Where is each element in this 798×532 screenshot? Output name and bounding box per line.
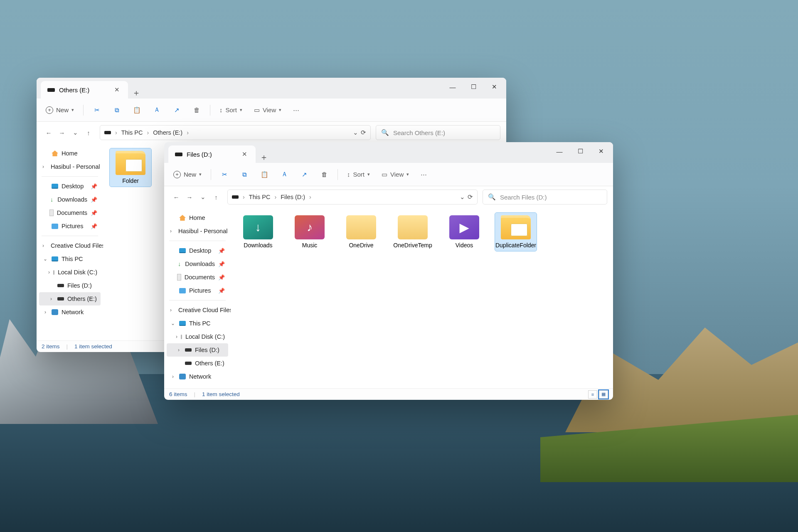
maximize-button[interactable]: ☐ (463, 79, 484, 94)
rename-button[interactable]: Ａ (276, 167, 293, 182)
copy-button[interactable]: ⧉ (108, 103, 125, 118)
sidebar-personal[interactable]: ›Hasibul - Personal (167, 224, 228, 238)
minimize-button[interactable]: ― (442, 79, 463, 94)
titlebar[interactable]: Files (D:) ✕ ＋ ― ☐ ✕ (164, 142, 613, 163)
cut-button[interactable]: ✂ (89, 103, 105, 118)
sort-button[interactable]: ↕ Sort ▾ (215, 103, 246, 118)
folder-item-duplicate[interactable]: DuplicateFolder (495, 213, 537, 251)
sidebar-local-c[interactable]: ›Local Disk (C:) (39, 266, 101, 279)
view-button[interactable]: ▭ View ▾ (377, 167, 413, 182)
sidebar-desktop[interactable]: Desktop📌 (167, 244, 228, 257)
paste-button[interactable]: 📋 (256, 167, 273, 182)
sidebar-documents[interactable]: Documents📌 (39, 206, 101, 219)
plus-icon: + (173, 171, 181, 178)
sidebar-network[interactable]: ›Network (167, 370, 228, 383)
sidebar-personal[interactable]: ›Hasibul - Personal (39, 160, 101, 173)
back-button[interactable]: ← (170, 191, 182, 203)
tab-title: Others (E:) (59, 86, 89, 94)
breadcrumb-segment[interactable]: This PC (121, 129, 143, 136)
folder-label: OneDriveTemp (393, 242, 432, 249)
drive-icon (47, 88, 55, 92)
folder-item-onedrive[interactable]: OneDrive (340, 213, 382, 251)
view-button[interactable]: ▭ View ▾ (250, 103, 286, 118)
sidebar-ccf[interactable]: ›Creative Cloud Files (39, 239, 101, 252)
close-button[interactable]: ✕ (591, 144, 611, 159)
more-button[interactable]: ⋯ (416, 167, 431, 182)
sidebar-thispc[interactable]: ⌄This PC (39, 252, 101, 266)
copy-button[interactable]: ⧉ (236, 167, 253, 182)
documents-icon (49, 209, 53, 216)
search-input[interactable]: 🔍 Search Others (E:) (376, 125, 500, 140)
share-button[interactable]: ↗ (296, 167, 313, 182)
folder-item-downloads[interactable]: ↓Downloads (237, 213, 279, 251)
tab-others[interactable]: Others (E:) ✕ (41, 81, 128, 99)
up-button[interactable]: ↑ (210, 191, 222, 203)
sidebar-desktop[interactable]: Desktop📌 (39, 180, 101, 193)
sidebar-local-c[interactable]: ›Local Disk (C:) (167, 330, 228, 343)
new-tab-button[interactable]: ＋ (128, 87, 145, 99)
new-button[interactable]: +New▾ (169, 167, 206, 182)
titlebar[interactable]: Others (E:) ✕ ＋ ― ☐ ✕ (37, 78, 506, 99)
sidebar-home[interactable]: Home (167, 211, 228, 224)
sidebar-network[interactable]: ›Network (39, 305, 101, 319)
sidebar-ccf[interactable]: ›Creative Cloud Files (167, 303, 228, 317)
sidebar-files-d[interactable]: Files (D:) (39, 279, 101, 292)
cut-button[interactable]: ✂ (216, 167, 233, 182)
search-icon: 🔍 (381, 129, 389, 136)
sidebar-pictures[interactable]: Pictures📌 (39, 219, 101, 233)
tab-close-button[interactable]: ✕ (239, 149, 250, 160)
breadcrumb-segment[interactable]: Files (D:) (281, 194, 305, 200)
sidebar-files-d[interactable]: ›Files (D:) (167, 343, 228, 357)
folder-item-onedrivetemp[interactable]: OneDriveTemp (392, 213, 433, 251)
up-button[interactable]: ↑ (82, 126, 95, 139)
search-input[interactable]: 🔍 Search Files (D:) (483, 190, 607, 204)
back-button[interactable]: ← (42, 126, 55, 139)
sidebar-downloads[interactable]: ↓Downloads📌 (167, 257, 228, 271)
paste-button[interactable]: 📋 (128, 103, 145, 118)
recent-button[interactable]: ⌄ (69, 126, 81, 139)
share-button[interactable]: ↗ (168, 103, 185, 118)
details-view-button[interactable]: ≡ (588, 390, 597, 399)
close-button[interactable]: ✕ (484, 79, 505, 94)
maximize-button[interactable]: ☐ (570, 144, 591, 159)
forward-button[interactable]: → (183, 191, 196, 203)
drive-icon (175, 153, 182, 156)
sidebar-home[interactable]: Home (39, 147, 101, 160)
forward-button[interactable]: → (56, 126, 68, 139)
breadcrumb-segment[interactable]: Others (E:) (153, 129, 182, 136)
sidebar-thispc[interactable]: ⌄This PC (167, 317, 228, 330)
sidebar-pictures[interactable]: Pictures📌 (167, 284, 228, 297)
new-tab-button[interactable]: ＋ (256, 152, 272, 163)
delete-button[interactable]: 🗑 (316, 167, 332, 182)
recent-button[interactable]: ⌄ (197, 191, 209, 203)
refresh-button[interactable]: ⟳ (361, 129, 366, 136)
refresh-button[interactable]: ⟳ (468, 194, 473, 200)
delete-button[interactable]: 🗑 (188, 103, 205, 118)
folder-label: OneDrive (349, 242, 373, 249)
folder-label: Folder (122, 177, 139, 184)
folder-item-videos[interactable]: ▶Videos (443, 213, 485, 251)
folder-content[interactable]: ↓Downloads ♪Music OneDrive OneDriveTemp … (231, 208, 613, 388)
downloads-folder-icon: ↓ (243, 215, 273, 239)
toolbar: +New▾ ✂ ⧉ 📋 Ａ ↗ 🗑 ↕ Sort ▾ ▭ View ▾ ⋯ (164, 163, 613, 186)
history-dropdown-button[interactable]: ⌄ (353, 129, 358, 136)
icons-view-button[interactable]: ▦ (599, 390, 608, 399)
sidebar-others-e[interactable]: Others (E:) (167, 357, 228, 370)
address-bar[interactable]: › This PC› Files (D:)› ⌄⟳ (227, 190, 478, 204)
rename-button[interactable]: Ａ (148, 103, 165, 118)
new-button[interactable]: +New▾ (42, 103, 78, 118)
history-dropdown-button[interactable]: ⌄ (460, 194, 465, 200)
folder-item[interactable]: Folder (110, 148, 151, 187)
more-button[interactable]: ⋯ (289, 103, 303, 118)
sidebar-documents[interactable]: Documents📌 (167, 271, 228, 284)
tab-close-button[interactable]: ✕ (111, 84, 122, 95)
sidebar-others-e[interactable]: ›Others (E:) (39, 292, 101, 305)
address-bar[interactable]: › This PC› Others (E:)› ⌄⟳ (100, 125, 371, 140)
drive-icon (185, 362, 192, 365)
folder-item-music[interactable]: ♪Music (289, 213, 330, 251)
minimize-button[interactable]: ― (549, 144, 570, 159)
tab-files[interactable]: Files (D:) ✕ (168, 145, 256, 163)
sort-button[interactable]: ↕ Sort ▾ (343, 167, 374, 182)
sidebar-downloads[interactable]: ↓Downloads📌 (39, 193, 101, 206)
breadcrumb-segment[interactable]: This PC (249, 194, 271, 200)
